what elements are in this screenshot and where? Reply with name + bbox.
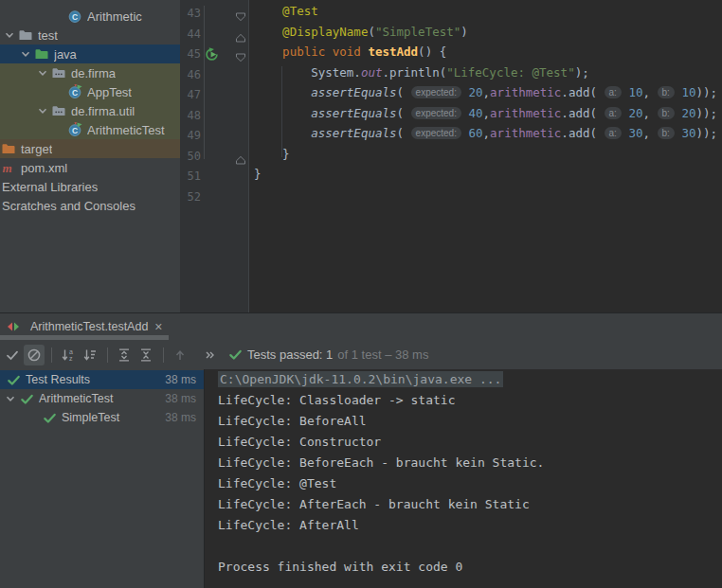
- chevron-down-icon[interactable]: [19, 47, 32, 61]
- svg-text:C: C: [72, 12, 78, 22]
- editor[interactable]: 43444546474849505152 @Test @DisplayName(…: [180, 0, 722, 312]
- code-line-43: @Test: [254, 4, 717, 25]
- project-tree-item-scratches-and-consoles[interactable]: Scratches and Consoles: [0, 196, 180, 215]
- svg-text:a: a: [69, 348, 73, 355]
- previous-occurrence-button[interactable]: [170, 345, 190, 365]
- more-chevrons-button[interactable]: [199, 345, 220, 365]
- line-number: 52: [188, 190, 201, 204]
- line-number: 49: [188, 129, 201, 142]
- test-item-label: Test Results: [26, 373, 90, 386]
- chevron-down-icon[interactable]: [4, 392, 17, 405]
- show-ignored-button[interactable]: [24, 345, 45, 365]
- chevron-down-icon[interactable]: [36, 104, 49, 117]
- project-tree-item-pom-xml[interactable]: mpom.xml: [0, 158, 180, 177]
- fold-up-icon[interactable]: [235, 29, 246, 39]
- console-line: Process finished with exit code 0: [218, 560, 722, 580]
- test-item-label: ArithmeticTest: [39, 392, 114, 405]
- gutter-line-43: 43: [180, 4, 248, 25]
- sort-alphabetically-button[interactable]: az: [58, 345, 79, 365]
- tool-window-tabbar: ArithmeticTest.testAdd ×: [0, 313, 722, 340]
- console-line: [218, 539, 722, 560]
- chevron-down-icon[interactable]: [36, 66, 49, 80]
- toolbar-separator: [107, 347, 108, 363]
- tree-item-label: ArithmeticTest: [87, 123, 165, 137]
- project-tree-item-java[interactable]: java: [0, 45, 180, 63]
- tests-status: Tests passed: 1 of 1 test – 38 ms: [228, 347, 428, 362]
- maven-icon: m: [1, 160, 16, 175]
- toolbar-separator: [163, 347, 164, 363]
- code-line-45: public void testAdd() {: [254, 45, 717, 65]
- test-duration: 38 ms: [165, 411, 196, 424]
- tree-item-label: AppTest: [87, 85, 132, 99]
- expand-all-button[interactable]: [114, 345, 135, 365]
- check-green-icon: [6, 372, 21, 387]
- project-tree-item-de-firma-util[interactable]: de.firma.util: [0, 0, 180, 7]
- gutter-line-46: 46: [180, 65, 248, 86]
- project-tree-item-arithmetic[interactable]: CArithmetic: [0, 7, 180, 26]
- chevron-down-icon[interactable]: [3, 28, 16, 42]
- svg-text:C: C: [72, 88, 78, 98]
- fold-down-icon[interactable]: [235, 49, 246, 59]
- test-results-tree[interactable]: Test Results38 msArithmeticTest38 msSimp…: [0, 369, 204, 588]
- svg-text:z: z: [69, 355, 73, 362]
- gutter-line-45: 45: [180, 45, 248, 65]
- code-line-50: }: [254, 147, 717, 168]
- tests-passed-text: Tests passed: 1: [247, 347, 333, 362]
- tree-item-label: External Libraries: [2, 180, 98, 194]
- code-line-44: @DisplayName("SimpleTest"): [254, 25, 717, 45]
- console-line: LifeCycle: @Test: [218, 476, 722, 497]
- class-icon: C: [67, 9, 82, 24]
- svg-text:C: C: [72, 126, 78, 135]
- tests-passed-check-icon: [228, 347, 243, 362]
- test-runner-toolbar: az Tests passed: 1 of 1 test – 38 ms: [0, 340, 722, 369]
- gutter-line-52: 52: [180, 187, 248, 208]
- project-tree-item-apptest[interactable]: CAppTest: [0, 82, 180, 101]
- code-line-52: [254, 187, 717, 208]
- check-green-icon: [42, 410, 57, 425]
- toolbar-separator: [51, 347, 52, 363]
- folder-package-icon: [51, 103, 66, 118]
- project-tree-item-test[interactable]: test: [0, 26, 180, 45]
- tree-item-label: target: [21, 142, 52, 156]
- tests-passed-detail: of 1 test – 38 ms: [337, 347, 428, 362]
- code-line-47: assertEquals( expected: 20,arithmetic.ad…: [254, 85, 717, 106]
- gutter-line-50: 50: [180, 147, 248, 168]
- test-tree-item-simpletest[interactable]: SimpleTest38 ms: [0, 408, 204, 427]
- check-green-icon: [19, 391, 34, 406]
- fold-up-icon[interactable]: [235, 151, 246, 161]
- collapse-all-button[interactable]: [135, 345, 156, 365]
- filter-passed-button[interactable]: [2, 345, 23, 365]
- tree-item-label: java: [54, 47, 77, 62]
- run-test-icon[interactable]: [205, 47, 219, 62]
- tab-label: ArithmeticTest.testAdd: [30, 320, 148, 333]
- code-area[interactable]: @Test @DisplayName("SimpleTest") public …: [254, 4, 717, 207]
- run-console[interactable]: C:\OpenJDK\jdk-11.0.2\bin\java.exe ...Li…: [204, 369, 722, 588]
- code-line-49: assertEquals( expected: 60,arithmetic.ad…: [254, 126, 717, 147]
- project-tree-item-target[interactable]: target: [0, 139, 180, 158]
- sort-by-duration-button[interactable]: [80, 345, 100, 365]
- tree-item-label: Scratches and Consoles: [2, 199, 135, 213]
- test-item-label: SimpleTest: [62, 411, 119, 424]
- console-line: LifeCycle: BeforeEach - braucht kein Sta…: [218, 455, 722, 476]
- tree-item-label: de.firma: [71, 66, 116, 80]
- test-tree-item-test-results[interactable]: Test Results38 ms: [0, 370, 204, 389]
- console-line: LifeCycle: BeforeAll: [218, 414, 722, 435]
- project-tree-item-de-firma[interactable]: de.firma: [0, 63, 180, 82]
- test-tree-item-arithmetictest[interactable]: ArithmeticTest38 ms: [0, 389, 204, 408]
- code-line-46: System.out.println("LifeCycle: @Test");: [254, 65, 717, 86]
- class-test-icon: C: [67, 122, 82, 137]
- ide-window: de.firma.utilCArithmetictestjavade.firma…: [0, 0, 722, 588]
- junit-run-configuration-icon: [7, 321, 20, 332]
- run-tool-window: ArithmeticTest.testAdd × az Tests passed…: [0, 312, 722, 588]
- line-number: 47: [188, 88, 201, 101]
- project-tree-item-external-libraries[interactable]: External Libraries: [0, 177, 180, 196]
- project-tree-panel[interactable]: de.firma.utilCArithmetictestjavade.firma…: [0, 0, 180, 312]
- close-icon[interactable]: ×: [154, 320, 162, 333]
- fold-down-icon[interactable]: [235, 9, 246, 18]
- test-duration: 38 ms: [165, 373, 196, 386]
- tree-item-label: pom.xml: [21, 161, 67, 175]
- console-line: LifeCycle: AfterAll: [218, 518, 722, 539]
- project-tree-item-arithmetictest[interactable]: CArithmeticTest: [0, 120, 180, 139]
- line-number: 43: [188, 7, 201, 20]
- project-tree-item-de-firma-util[interactable]: de.firma.util: [0, 101, 180, 120]
